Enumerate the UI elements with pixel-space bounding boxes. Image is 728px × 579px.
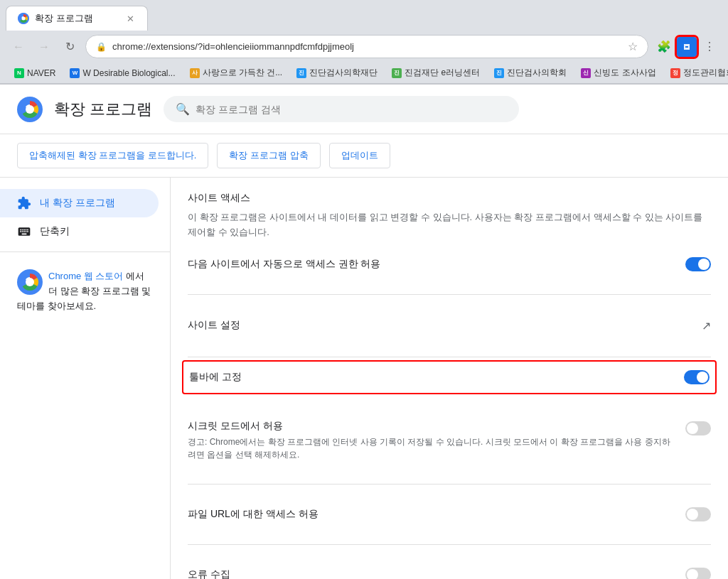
reload-button[interactable]: ↻ (60, 37, 80, 57)
bookmark-label: NAVER (27, 68, 55, 78)
bookmark-favicon: 진 (392, 68, 402, 78)
sidebar-item-label: 단축키 (40, 225, 70, 238)
sidebar-item-my-extensions[interactable]: 내 확장 프로그램 (0, 189, 159, 217)
address-text: chrome://extensions/?id=ohlencieiiommann… (112, 41, 622, 52)
incognito-section: 시크릿 모드에서 허용 경고: Chrome에서는 확장 프로그램에 인터넷 사… (188, 397, 711, 485)
pin-toggle-slider (684, 370, 710, 384)
chrome-store-icon (17, 269, 43, 295)
error-collection-label: 오류 수집 (188, 568, 685, 579)
incognito-toggle[interactable] (685, 421, 711, 435)
pin-label: 툴바에 고정 (189, 371, 684, 384)
svg-point-9 (26, 278, 34, 286)
search-input[interactable] (196, 104, 507, 115)
bookmark-favicon: 정 (670, 68, 680, 78)
active-tab[interactable]: 확장 프로그램 ✕ (6, 6, 148, 31)
content-area: 사이트 액세스 이 확장 프로그램은 사이트에서 내 데이터를 읽고 변경할 수… (171, 178, 728, 579)
search-bar[interactable]: 🔍 (164, 96, 519, 122)
incognito-warning: 경고: Chrome에서는 확장 프로그램에 인터넷 사용 기록이 저장될 수 … (188, 435, 674, 461)
error-collection-row: 오류 수집 (188, 559, 711, 579)
update-button[interactable]: 업데이트 (329, 143, 390, 168)
auto-access-label: 다음 사이트에서 자동으로 액세스 권한 허용 (188, 258, 685, 271)
bookmark-favicon: W (70, 68, 80, 78)
page-title: 확장 프로그램 (54, 99, 152, 120)
shortcuts-icon (17, 224, 31, 239)
file-access-row: 파일 URL에 대한 액세스 허용 (188, 499, 711, 530)
chrome-store-link[interactable]: Chrome 웹 스토어 (48, 271, 123, 281)
incognito-toggle-slider (685, 421, 711, 435)
tab-bar: 확장 프로그램 ✕ (0, 0, 728, 31)
tab-favicon (18, 13, 29, 24)
bookmark-4[interactable]: 진 진단검사의학재단 (291, 65, 383, 80)
bookmark-label: 진검재단 e러닝센터 (405, 67, 480, 79)
file-access-label: 파일 URL에 대한 액세스 허용 (188, 508, 685, 521)
bookmark-naver[interactable]: N NAVER (9, 67, 61, 80)
page-logo (17, 97, 43, 122)
sidebar-item-shortcuts[interactable]: 단축키 (0, 217, 159, 246)
bookmark-6[interactable]: 진 진단검사의학회 (488, 65, 572, 80)
pin-toggle[interactable] (684, 370, 710, 384)
extensions-icon (17, 196, 31, 210)
forward-button[interactable]: → (34, 37, 54, 57)
site-settings-section: 사이트 설정 ↗ (188, 295, 711, 357)
file-access-toggle[interactable] (685, 507, 711, 521)
svg-point-2 (22, 17, 26, 21)
incognito-label: 시크릿 모드에서 허용 (188, 420, 674, 433)
bookmark-favicon: 진 (494, 68, 504, 78)
file-access-section: 파일 URL에 대한 액세스 허용 (188, 485, 711, 545)
extension-icon (681, 41, 692, 53)
sidebar: 내 확장 프로그램 단축키 (0, 178, 171, 579)
bookmark-favicon: 진 (296, 68, 306, 78)
bookmark-label: 사랑으로 가득찬 건... (203, 67, 283, 79)
load-unpacked-button[interactable]: 압축해제된 확장 프로그램을 로드합니다. (17, 143, 208, 168)
bookmark-label: 진단검사의학재단 (309, 67, 378, 79)
back-button[interactable]: ← (9, 37, 28, 57)
bookmark-label: 정도관리협회 (683, 67, 728, 79)
bookmark-favicon: N (14, 68, 24, 78)
bookmark-favicon: 신 (581, 68, 591, 78)
pin-row: 툴바에 고정 (182, 360, 717, 394)
security-icon: 🔒 (96, 42, 107, 52)
error-collection-toggle-slider (685, 568, 711, 579)
sidebar-chrome-store: Chrome 웹 스토어 에서 더 많은 확장 프로그램 및 테마를 찾아보세요… (0, 258, 170, 325)
auto-access-toggle[interactable] (685, 257, 711, 271)
active-extension-button[interactable] (677, 37, 697, 57)
action-bar: 압축해제된 확장 프로그램을 로드합니다. 확장 프로그램 압축 업데이트 (0, 134, 728, 178)
bookmark-7[interactable]: 신 신빙도 조사사업 (575, 65, 661, 80)
page-header: 확장 프로그램 🔍 (0, 85, 728, 134)
bookmark-8[interactable]: 정 정도관리협회 (665, 65, 728, 80)
svg-point-6 (26, 105, 34, 114)
site-settings-link[interactable]: 사이트 설정 ↗ (188, 309, 711, 342)
site-access-description: 이 확장 프로그램은 사이트에서 내 데이터를 읽고 변경할 수 있습니다. 사… (188, 210, 711, 240)
error-collection-toggle[interactable] (685, 568, 711, 579)
browser-chrome: 확장 프로그램 ✕ ← → ↻ 🔒 chrome://extensions/?i… (0, 0, 728, 85)
toggle-slider (685, 257, 711, 271)
bookmark-label: 신빙도 조사사업 (594, 67, 655, 79)
main-layout: 내 확장 프로그램 단축키 (0, 178, 728, 579)
site-access-title: 사이트 액세스 (188, 192, 711, 205)
address-bar[interactable]: 🔒 chrome://extensions/?id=ohlencieiiomma… (85, 35, 648, 58)
external-link-icon: ↗ (702, 319, 711, 332)
bookmark-favicon: 사 (190, 68, 200, 78)
bookmark-star-icon[interactable]: ☆ (628, 40, 638, 53)
site-settings-label: 사이트 설정 (188, 319, 240, 332)
site-access-section: 사이트 액세스 이 확장 프로그램은 사이트에서 내 데이터를 읽고 변경할 수… (188, 178, 711, 295)
browser-menu-button[interactable]: ⋮ (700, 37, 719, 57)
nav-actions: 🧩 ⋮ (654, 37, 719, 57)
bookmark-5[interactable]: 진 진검재단 e러닝센터 (386, 65, 486, 80)
extensions-menu-button[interactable]: 🧩 (654, 37, 674, 57)
bookmark-3[interactable]: 사 사랑으로 가득찬 건... (184, 65, 289, 80)
error-collection-section: 오류 수집 (188, 545, 711, 579)
bookmark-label: W Desirable Biological... (82, 68, 175, 78)
pack-extension-button[interactable]: 확장 프로그램 압축 (217, 143, 320, 168)
search-icon: 🔍 (176, 102, 190, 116)
auto-access-row: 다음 사이트에서 자동으로 액세스 권한 허용 (188, 249, 711, 280)
sidebar-item-label: 내 확장 프로그램 (40, 197, 115, 210)
tab-close-button[interactable]: ✕ (124, 13, 136, 24)
bookmarks-bar: N NAVER W W Desirable Biological... 사 사랑… (0, 63, 728, 84)
bookmark-label: 진단검사의학회 (507, 67, 567, 79)
page: 확장 프로그램 🔍 압축해제된 확장 프로그램을 로드합니다. 확장 프로그램 … (0, 85, 728, 579)
incognito-row: 시크릿 모드에서 허용 경고: Chrome에서는 확장 프로그램에 인터넷 사… (188, 411, 711, 470)
tab-title: 확장 프로그램 (35, 12, 119, 25)
bookmark-desirable[interactable]: W W Desirable Biological... (64, 67, 181, 80)
pin-section: 툴바에 고정 (188, 357, 711, 397)
